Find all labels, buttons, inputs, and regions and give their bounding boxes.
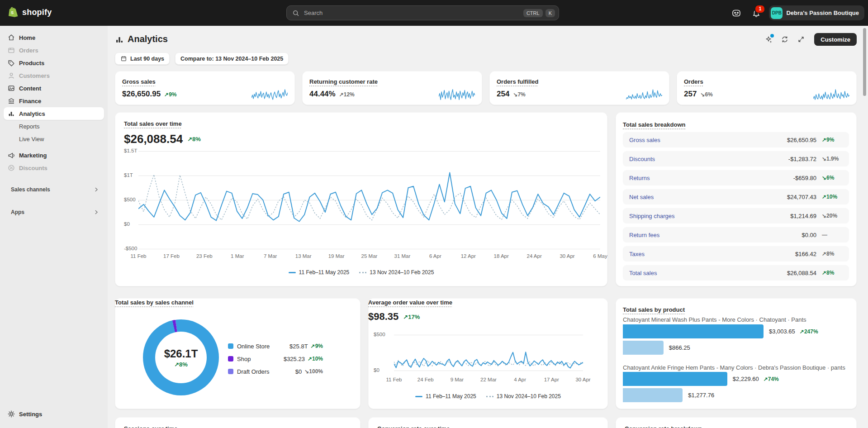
metric-value: $26,650.95 bbox=[122, 90, 161, 99]
legend-current-period[interactable]: 11 Feb–11 May 2025 bbox=[415, 393, 476, 399]
shop-swatch bbox=[228, 356, 233, 361]
solid-line-swatch bbox=[415, 396, 422, 397]
analytics-icon bbox=[7, 109, 15, 118]
sidebar-section-sales-channels[interactable]: Sales channels bbox=[4, 183, 104, 196]
chart-title[interactable]: Total sales by sales channel bbox=[115, 299, 194, 306]
chart-title[interactable]: Total sales over time bbox=[124, 120, 182, 127]
page-title: Analytics bbox=[128, 34, 168, 44]
sidebar-item-settings[interactable]: Settings bbox=[4, 407, 104, 421]
product-current-bar[interactable] bbox=[623, 324, 764, 338]
breakdown-link[interactable]: Return fees bbox=[629, 232, 802, 238]
sidekick-button[interactable] bbox=[729, 6, 744, 20]
metric-title[interactable]: Orders fulfilled bbox=[497, 78, 538, 85]
sidebar-item-analytics[interactable]: Analytics bbox=[4, 107, 104, 120]
chart-title[interactable]: Conversion rate over time bbox=[377, 425, 450, 428]
content-icon bbox=[7, 84, 15, 92]
product-previous-bar[interactable] bbox=[623, 388, 683, 402]
sidebar-item-marketing[interactable]: Marketing bbox=[4, 149, 104, 162]
auto-reports-button[interactable] bbox=[762, 33, 775, 46]
product-name: Chatoyant Mineral Wash Plus Pants - More… bbox=[623, 316, 806, 323]
customize-button[interactable]: Customize bbox=[814, 33, 857, 46]
breakdown-link[interactable]: Net sales bbox=[629, 194, 787, 200]
breakdown-link[interactable]: Discounts bbox=[629, 156, 788, 162]
metric-card-orders-fulfilled[interactable]: Orders fulfilled 254 ↘7% bbox=[489, 71, 669, 105]
breakdown-row: Return fees $0.00 — bbox=[623, 227, 849, 243]
legend-compare-period[interactable]: 13 Nov 2024–10 Feb 2025 bbox=[486, 393, 561, 399]
store-menu[interactable]: DPB Debra's Passion Boutique bbox=[769, 5, 864, 20]
search-input[interactable] bbox=[303, 9, 521, 17]
sidebar-item-reports[interactable]: Reports bbox=[4, 120, 104, 133]
legend-compare-period[interactable]: 13 Nov 2024–10 Feb 2025 bbox=[359, 269, 434, 276]
sidebar-item-orders[interactable]: Orders bbox=[4, 44, 104, 57]
sidebar-item-live-view[interactable]: Live View bbox=[4, 133, 104, 145]
main-content: Analytics Customize bbox=[108, 26, 868, 428]
sidebar-item-home[interactable]: Home bbox=[4, 31, 104, 44]
sparkline-chart bbox=[813, 88, 849, 101]
notifications-button[interactable]: 1 bbox=[749, 6, 764, 20]
sessions-over-time-card: Sessions over time bbox=[115, 417, 360, 428]
sales-channels-label: Sales channels bbox=[11, 186, 50, 193]
sidebar-item-label: Finance bbox=[19, 98, 41, 105]
discounts-icon bbox=[7, 164, 15, 172]
sidebar-item-finance[interactable]: Finance bbox=[4, 95, 104, 107]
breakdown-link[interactable]: Total sales bbox=[629, 270, 787, 276]
product-current-bar[interactable] bbox=[623, 372, 727, 386]
chart-current-value: $98.35 bbox=[368, 311, 398, 323]
breakdown-link[interactable]: Gross sales bbox=[629, 137, 787, 143]
channel-row[interactable]: Shop $325.23 ↗10% bbox=[228, 354, 323, 364]
top-bar: S shopify CTRL K bbox=[0, 0, 868, 26]
metric-card-orders[interactable]: Orders 257 ↘6% bbox=[677, 71, 857, 105]
chart-title[interactable]: Sessions over time bbox=[124, 425, 178, 428]
product-current-value: $3,003.65 ↗247% bbox=[769, 328, 818, 335]
sidebar-item-products[interactable]: Products bbox=[4, 57, 104, 69]
sidebar-section-apps[interactable]: Apps bbox=[4, 206, 104, 219]
breakdown-row: Taxes $166.42 ↗8% bbox=[623, 246, 849, 262]
refresh-cycle-button[interactable] bbox=[778, 33, 792, 46]
shopify-logo[interactable]: S shopify bbox=[8, 6, 52, 18]
sparkline-chart bbox=[439, 88, 475, 101]
metric-card-gross-sales[interactable]: Gross sales $26,650.95 ↗9% bbox=[115, 71, 295, 105]
metric-delta: ↗12% bbox=[339, 91, 355, 98]
sidebar-item-discounts[interactable]: Discounts bbox=[4, 162, 104, 174]
product-previous-bar[interactable] bbox=[623, 341, 664, 355]
legend-current-period[interactable]: 11 Feb–11 May 2025 bbox=[289, 269, 350, 276]
product-previous-value: $1,277.76 bbox=[688, 392, 714, 399]
breakdown-title[interactable]: Total sales breakdown bbox=[623, 121, 685, 128]
breakdown-link[interactable]: Returns bbox=[629, 175, 793, 181]
global-search[interactable]: CTRL K bbox=[286, 5, 559, 20]
total-sales-line-chart bbox=[138, 151, 600, 249]
chart-title[interactable]: Total sales by product bbox=[623, 306, 685, 313]
new-feature-dot bbox=[770, 34, 774, 38]
sales-by-product-card: Total sales by product Chatoyant Mineral… bbox=[616, 298, 857, 409]
topbar-actions: 1 DPB Debra's Passion Boutique bbox=[729, 5, 864, 20]
sidebar-item-label: Discounts bbox=[19, 165, 47, 171]
metric-title[interactable]: Returning customer rate bbox=[309, 78, 378, 85]
metric-delta: ↘7% bbox=[513, 91, 525, 98]
sidebar-item-customers[interactable]: Customers bbox=[4, 69, 104, 82]
channel-row[interactable]: Draft Orders $0 ↘100% bbox=[228, 366, 323, 376]
channel-row[interactable]: Online Store $25.8T ↗9% bbox=[228, 341, 323, 351]
page-header: Analytics bbox=[115, 34, 168, 44]
chevron-right-icon bbox=[93, 209, 100, 215]
compare-to-button[interactable]: Compare to: 13 Nov 2024–10 Feb 2025 bbox=[175, 52, 289, 65]
chart-title[interactable]: Average order value over time bbox=[368, 299, 452, 306]
sidebar-item-content[interactable]: Content bbox=[4, 82, 104, 95]
breakdown-row: Returns -$659.80 ↘6% bbox=[623, 170, 849, 185]
draft-orders-swatch bbox=[228, 369, 233, 374]
chart-title[interactable]: Conversion rate breakdown bbox=[625, 425, 702, 428]
breakdown-link[interactable]: Taxes bbox=[629, 251, 795, 257]
fullscreen-button[interactable] bbox=[794, 33, 808, 46]
sales-by-channel-card: Total sales by sales channel $26.1T ↗8% … bbox=[115, 298, 360, 409]
chart-legend: 11 Feb–11 May 2025 13 Nov 2024–10 Feb 20… bbox=[115, 269, 607, 276]
metric-card-returning-customer-rate[interactable]: Returning customer rate 44.44% ↗12% bbox=[302, 71, 482, 105]
date-range-button[interactable]: Last 90 days bbox=[115, 52, 170, 65]
store-name: Debra's Passion Boutique bbox=[786, 10, 859, 16]
chart-delta: ↗8% bbox=[187, 136, 201, 143]
breakdown-link[interactable]: Shipping charges bbox=[629, 213, 790, 219]
metric-title[interactable]: Gross sales bbox=[122, 78, 156, 85]
breakdown-row: Discounts -$1,283.72 ↘1.9% bbox=[623, 151, 849, 166]
scrollbar[interactable] bbox=[863, 28, 866, 96]
calendar-icon bbox=[120, 55, 127, 62]
sidebar-item-label: Analytics bbox=[19, 110, 45, 117]
metric-title[interactable]: Orders bbox=[684, 78, 703, 85]
